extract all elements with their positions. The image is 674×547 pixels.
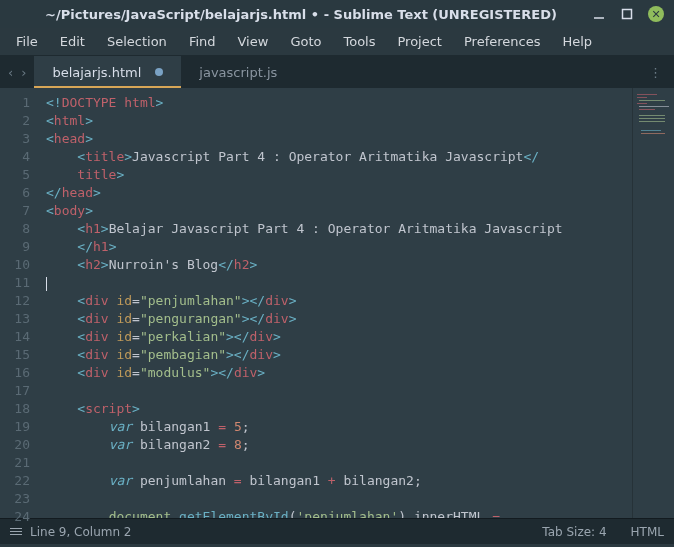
- status-position[interactable]: Line 9, Column 2: [30, 525, 132, 539]
- sidebar-toggle-icon[interactable]: [10, 528, 22, 535]
- menu-project[interactable]: Project: [387, 30, 451, 53]
- dirty-indicator-icon: [155, 68, 163, 76]
- tab-label: belajarjs.html: [52, 65, 141, 80]
- menu-find[interactable]: Find: [179, 30, 226, 53]
- nav-forward-icon[interactable]: ›: [21, 65, 26, 80]
- tab-overflow-menu-icon[interactable]: ⋮: [637, 56, 674, 88]
- tab-label: javascript.js: [199, 65, 277, 80]
- status-tabsize[interactable]: Tab Size: 4: [542, 525, 606, 539]
- editor[interactable]: 123456789101112131415161718192021222324 …: [0, 88, 674, 518]
- minimize-button[interactable]: [592, 7, 606, 21]
- maximize-button[interactable]: [620, 7, 634, 21]
- menu-edit[interactable]: Edit: [50, 30, 95, 53]
- close-button[interactable]: ✕: [648, 6, 664, 22]
- code-area[interactable]: <!DOCTYPE html> <html> <head> <title>Jav…: [38, 88, 632, 518]
- tab-javascript[interactable]: javascript.js: [181, 56, 295, 88]
- svg-rect-1: [623, 10, 632, 19]
- text-cursor: [46, 277, 47, 291]
- menu-file[interactable]: File: [6, 30, 48, 53]
- menu-view[interactable]: View: [228, 30, 279, 53]
- window-title: ~/Pictures/JavaScript/belajarjs.html • -…: [10, 7, 592, 22]
- menu-selection[interactable]: Selection: [97, 30, 177, 53]
- minimap[interactable]: [632, 88, 674, 518]
- line-gutter: 123456789101112131415161718192021222324: [0, 88, 38, 518]
- menubar: File Edit Selection Find View Goto Tools…: [0, 28, 674, 56]
- tabbar: ‹ › belajarjs.html javascript.js ⋮: [0, 56, 674, 88]
- nav-back-icon[interactable]: ‹: [8, 65, 13, 80]
- menu-preferences[interactable]: Preferences: [454, 30, 550, 53]
- titlebar: ~/Pictures/JavaScript/belajarjs.html • -…: [0, 0, 674, 28]
- menu-tools[interactable]: Tools: [333, 30, 385, 53]
- tab-belajarjs[interactable]: belajarjs.html: [34, 56, 181, 88]
- statusbar: Line 9, Column 2 Tab Size: 4 HTML: [0, 518, 674, 544]
- status-syntax[interactable]: HTML: [631, 525, 664, 539]
- menu-help[interactable]: Help: [552, 30, 602, 53]
- menu-goto[interactable]: Goto: [280, 30, 331, 53]
